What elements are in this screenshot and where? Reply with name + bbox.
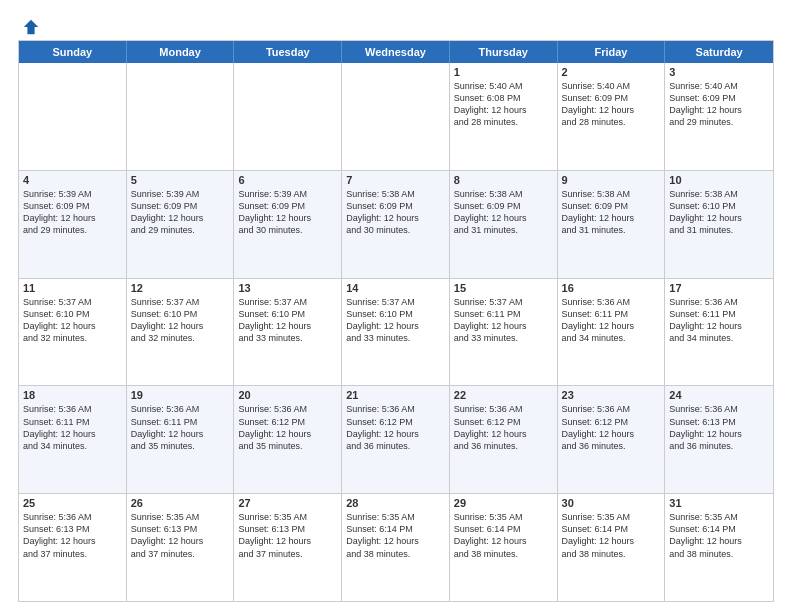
day-info: Sunrise: 5:37 AM Sunset: 6:10 PM Dayligh… bbox=[238, 296, 337, 345]
day-number: 12 bbox=[131, 282, 230, 294]
day-info: Sunrise: 5:35 AM Sunset: 6:14 PM Dayligh… bbox=[454, 511, 553, 560]
calendar-empty bbox=[19, 63, 127, 170]
calendar-row: 25Sunrise: 5:36 AM Sunset: 6:13 PM Dayli… bbox=[19, 494, 773, 601]
day-info: Sunrise: 5:38 AM Sunset: 6:09 PM Dayligh… bbox=[562, 188, 661, 237]
calendar-row: 11Sunrise: 5:37 AM Sunset: 6:10 PM Dayli… bbox=[19, 279, 773, 387]
day-info: Sunrise: 5:39 AM Sunset: 6:09 PM Dayligh… bbox=[131, 188, 230, 237]
day-info: Sunrise: 5:37 AM Sunset: 6:10 PM Dayligh… bbox=[23, 296, 122, 345]
day-info: Sunrise: 5:35 AM Sunset: 6:14 PM Dayligh… bbox=[346, 511, 445, 560]
calendar-body: 1Sunrise: 5:40 AM Sunset: 6:08 PM Daylig… bbox=[19, 63, 773, 601]
day-info: Sunrise: 5:35 AM Sunset: 6:13 PM Dayligh… bbox=[238, 511, 337, 560]
calendar-day-24: 24Sunrise: 5:36 AM Sunset: 6:13 PM Dayli… bbox=[665, 386, 773, 493]
calendar-day-31: 31Sunrise: 5:35 AM Sunset: 6:14 PM Dayli… bbox=[665, 494, 773, 601]
day-info: Sunrise: 5:36 AM Sunset: 6:12 PM Dayligh… bbox=[238, 403, 337, 452]
calendar-day-9: 9Sunrise: 5:38 AM Sunset: 6:09 PM Daylig… bbox=[558, 171, 666, 278]
logo-text bbox=[18, 18, 40, 36]
calendar-day-30: 30Sunrise: 5:35 AM Sunset: 6:14 PM Dayli… bbox=[558, 494, 666, 601]
day-number: 29 bbox=[454, 497, 553, 509]
day-number: 2 bbox=[562, 66, 661, 78]
day-info: Sunrise: 5:35 AM Sunset: 6:14 PM Dayligh… bbox=[669, 511, 769, 560]
day-number: 3 bbox=[669, 66, 769, 78]
day-info: Sunrise: 5:36 AM Sunset: 6:11 PM Dayligh… bbox=[669, 296, 769, 345]
day-info: Sunrise: 5:36 AM Sunset: 6:13 PM Dayligh… bbox=[23, 511, 122, 560]
day-number: 31 bbox=[669, 497, 769, 509]
day-info: Sunrise: 5:37 AM Sunset: 6:11 PM Dayligh… bbox=[454, 296, 553, 345]
day-number: 16 bbox=[562, 282, 661, 294]
calendar-day-29: 29Sunrise: 5:35 AM Sunset: 6:14 PM Dayli… bbox=[450, 494, 558, 601]
day-number: 4 bbox=[23, 174, 122, 186]
calendar-day-26: 26Sunrise: 5:35 AM Sunset: 6:13 PM Dayli… bbox=[127, 494, 235, 601]
day-number: 5 bbox=[131, 174, 230, 186]
calendar-day-10: 10Sunrise: 5:38 AM Sunset: 6:10 PM Dayli… bbox=[665, 171, 773, 278]
calendar-day-7: 7Sunrise: 5:38 AM Sunset: 6:09 PM Daylig… bbox=[342, 171, 450, 278]
day-number: 23 bbox=[562, 389, 661, 401]
calendar-day-25: 25Sunrise: 5:36 AM Sunset: 6:13 PM Dayli… bbox=[19, 494, 127, 601]
calendar-day-17: 17Sunrise: 5:36 AM Sunset: 6:11 PM Dayli… bbox=[665, 279, 773, 386]
calendar-day-6: 6Sunrise: 5:39 AM Sunset: 6:09 PM Daylig… bbox=[234, 171, 342, 278]
day-number: 30 bbox=[562, 497, 661, 509]
calendar-row: 4Sunrise: 5:39 AM Sunset: 6:09 PM Daylig… bbox=[19, 171, 773, 279]
day-info: Sunrise: 5:36 AM Sunset: 6:12 PM Dayligh… bbox=[346, 403, 445, 452]
calendar-day-18: 18Sunrise: 5:36 AM Sunset: 6:11 PM Dayli… bbox=[19, 386, 127, 493]
day-info: Sunrise: 5:37 AM Sunset: 6:10 PM Dayligh… bbox=[131, 296, 230, 345]
day-number: 9 bbox=[562, 174, 661, 186]
header-day: Wednesday bbox=[342, 41, 450, 63]
calendar-day-15: 15Sunrise: 5:37 AM Sunset: 6:11 PM Dayli… bbox=[450, 279, 558, 386]
calendar-day-14: 14Sunrise: 5:37 AM Sunset: 6:10 PM Dayli… bbox=[342, 279, 450, 386]
day-info: Sunrise: 5:40 AM Sunset: 6:09 PM Dayligh… bbox=[669, 80, 769, 129]
calendar-row: 18Sunrise: 5:36 AM Sunset: 6:11 PM Dayli… bbox=[19, 386, 773, 494]
day-info: Sunrise: 5:40 AM Sunset: 6:09 PM Dayligh… bbox=[562, 80, 661, 129]
day-info: Sunrise: 5:36 AM Sunset: 6:12 PM Dayligh… bbox=[454, 403, 553, 452]
day-number: 21 bbox=[346, 389, 445, 401]
header-day: Sunday bbox=[19, 41, 127, 63]
day-number: 25 bbox=[23, 497, 122, 509]
day-info: Sunrise: 5:39 AM Sunset: 6:09 PM Dayligh… bbox=[238, 188, 337, 237]
day-number: 17 bbox=[669, 282, 769, 294]
day-info: Sunrise: 5:35 AM Sunset: 6:14 PM Dayligh… bbox=[562, 511, 661, 560]
day-info: Sunrise: 5:36 AM Sunset: 6:12 PM Dayligh… bbox=[562, 403, 661, 452]
header-day: Saturday bbox=[665, 41, 773, 63]
day-number: 24 bbox=[669, 389, 769, 401]
header bbox=[18, 18, 774, 32]
day-number: 22 bbox=[454, 389, 553, 401]
day-number: 28 bbox=[346, 497, 445, 509]
day-number: 13 bbox=[238, 282, 337, 294]
calendar-day-28: 28Sunrise: 5:35 AM Sunset: 6:14 PM Dayli… bbox=[342, 494, 450, 601]
calendar-day-2: 2Sunrise: 5:40 AM Sunset: 6:09 PM Daylig… bbox=[558, 63, 666, 170]
header-day: Monday bbox=[127, 41, 235, 63]
day-info: Sunrise: 5:40 AM Sunset: 6:08 PM Dayligh… bbox=[454, 80, 553, 129]
day-info: Sunrise: 5:38 AM Sunset: 6:09 PM Dayligh… bbox=[346, 188, 445, 237]
calendar-day-3: 3Sunrise: 5:40 AM Sunset: 6:09 PM Daylig… bbox=[665, 63, 773, 170]
calendar-day-21: 21Sunrise: 5:36 AM Sunset: 6:12 PM Dayli… bbox=[342, 386, 450, 493]
header-day: Thursday bbox=[450, 41, 558, 63]
day-number: 6 bbox=[238, 174, 337, 186]
calendar-empty bbox=[342, 63, 450, 170]
calendar-empty bbox=[234, 63, 342, 170]
day-number: 11 bbox=[23, 282, 122, 294]
day-number: 8 bbox=[454, 174, 553, 186]
calendar-day-16: 16Sunrise: 5:36 AM Sunset: 6:11 PM Dayli… bbox=[558, 279, 666, 386]
header-day: Tuesday bbox=[234, 41, 342, 63]
day-number: 1 bbox=[454, 66, 553, 78]
svg-marker-0 bbox=[24, 20, 38, 34]
day-number: 19 bbox=[131, 389, 230, 401]
header-day: Friday bbox=[558, 41, 666, 63]
day-info: Sunrise: 5:36 AM Sunset: 6:11 PM Dayligh… bbox=[23, 403, 122, 452]
day-number: 10 bbox=[669, 174, 769, 186]
day-number: 18 bbox=[23, 389, 122, 401]
day-info: Sunrise: 5:35 AM Sunset: 6:13 PM Dayligh… bbox=[131, 511, 230, 560]
calendar-day-13: 13Sunrise: 5:37 AM Sunset: 6:10 PM Dayli… bbox=[234, 279, 342, 386]
day-info: Sunrise: 5:38 AM Sunset: 6:09 PM Dayligh… bbox=[454, 188, 553, 237]
calendar-day-19: 19Sunrise: 5:36 AM Sunset: 6:11 PM Dayli… bbox=[127, 386, 235, 493]
calendar-header: SundayMondayTuesdayWednesdayThursdayFrid… bbox=[19, 41, 773, 63]
calendar-day-8: 8Sunrise: 5:38 AM Sunset: 6:09 PM Daylig… bbox=[450, 171, 558, 278]
day-info: Sunrise: 5:38 AM Sunset: 6:10 PM Dayligh… bbox=[669, 188, 769, 237]
page: SundayMondayTuesdayWednesdayThursdayFrid… bbox=[0, 0, 792, 612]
calendar-row: 1Sunrise: 5:40 AM Sunset: 6:08 PM Daylig… bbox=[19, 63, 773, 171]
calendar-day-23: 23Sunrise: 5:36 AM Sunset: 6:12 PM Dayli… bbox=[558, 386, 666, 493]
day-number: 15 bbox=[454, 282, 553, 294]
day-number: 27 bbox=[238, 497, 337, 509]
calendar-day-20: 20Sunrise: 5:36 AM Sunset: 6:12 PM Dayli… bbox=[234, 386, 342, 493]
calendar-day-5: 5Sunrise: 5:39 AM Sunset: 6:09 PM Daylig… bbox=[127, 171, 235, 278]
logo bbox=[18, 18, 40, 32]
